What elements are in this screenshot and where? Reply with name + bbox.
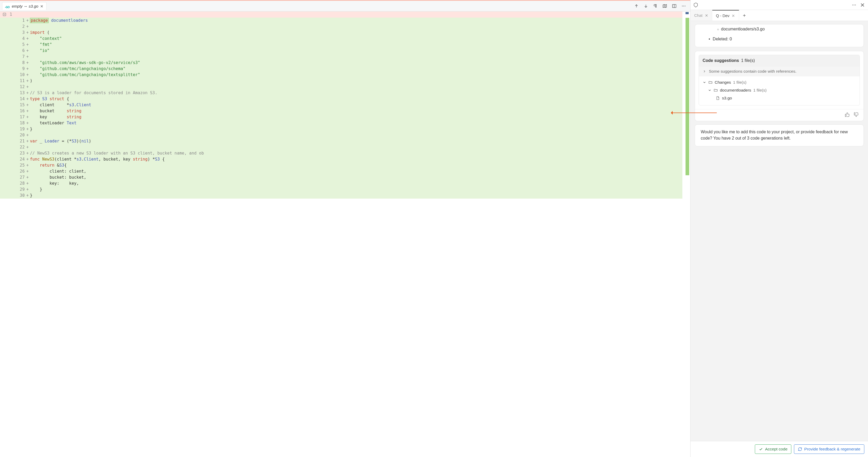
sidebar-tabs: Chat Q - Dev: [690, 10, 868, 21]
chevron-down-icon: [703, 80, 706, 84]
more-icon[interactable]: [681, 3, 687, 9]
code-line: 11+): [0, 78, 690, 84]
code-suggestions-card: Code suggestions 1 file(s) Some suggesti…: [695, 51, 864, 121]
prompt-text: Would you like me to add this code to yo…: [701, 130, 848, 140]
sidebar-footer: Accept code Provide feedback & regenerat…: [690, 441, 868, 457]
feedback-row: [695, 109, 864, 121]
code-line: 26+ client: client,: [0, 168, 690, 174]
sidebar-body[interactable]: documentloaders/s3.go Deleted: 0 Code su…: [690, 21, 868, 441]
code-line: 15+ client *s3.Client: [0, 102, 690, 108]
code-line: 13+// S3 is a loader for documents store…: [0, 90, 690, 96]
code-line: 24+func NewS3(client *s3.Client, bucket,…: [0, 156, 690, 162]
fold-icon[interactable]: [3, 12, 6, 16]
code-line: 2+: [0, 24, 690, 30]
code-line: 10+ "github.com/tmc/langchaingo/textspli…: [0, 72, 690, 78]
close-icon[interactable]: [40, 4, 43, 8]
close-icon[interactable]: [705, 14, 708, 17]
minimap-strip: [682, 11, 690, 457]
tree-label: s3.go: [722, 96, 732, 100]
thumbs-down-icon[interactable]: [854, 112, 859, 117]
code-line: 28+ key: key,: [0, 181, 690, 187]
tree-changes-row[interactable]: Changes 1 file(s): [703, 78, 856, 86]
code-line: 1+package documentloaders: [0, 18, 690, 24]
code-line: 21+var _ Loader = (*S3)(nil): [0, 138, 690, 144]
file-icon: [716, 96, 720, 100]
sidebar-panel: Chat Q - Dev documentloaders/s3.go Delet…: [690, 0, 868, 457]
svg-point-5: [852, 4, 853, 5]
code-line: 19+}: [0, 126, 690, 132]
tree-label: Changes: [715, 80, 731, 85]
code-line: 29+ }: [0, 187, 690, 193]
tree-count: 1 file(s): [733, 80, 746, 85]
code-line: 3+import (: [0, 30, 690, 36]
summary-bubble: documentloaders/s3.go Deleted: 0: [695, 24, 864, 47]
pilcrow-icon[interactable]: [652, 3, 658, 9]
code-line: 8+ "github.com/aws/aws-sdk-go-v2/service…: [0, 60, 690, 66]
code-line: 5+ "fmt": [0, 42, 690, 48]
refresh-icon: [798, 447, 802, 451]
folder-icon: [714, 88, 718, 92]
svg-point-7: [855, 4, 856, 5]
code-line: 4+ "context": [0, 36, 690, 42]
svg-point-1: [682, 6, 683, 6]
check-icon: [759, 447, 763, 451]
tab-chat[interactable]: Chat: [690, 10, 712, 21]
chevron-down-icon: [708, 89, 712, 92]
code-line: 27+ bucket: bucket,: [0, 174, 690, 181]
tab-label: Q - Dev: [716, 13, 730, 18]
tab-q-dev[interactable]: Q - Dev: [712, 10, 739, 21]
code-line: 6+ "io": [0, 48, 690, 54]
minimap-added-region: [685, 18, 689, 175]
code-line: 7+: [0, 54, 690, 60]
annotation-arrow: [672, 112, 717, 113]
svg-point-2: [683, 6, 684, 6]
code-line: 12+: [0, 84, 690, 90]
tree-folder-row[interactable]: documentloaders 1 file(s): [703, 86, 856, 94]
minimap-marker: [685, 12, 689, 14]
code-line: 22+: [0, 144, 690, 150]
suggestions-count: 1 file(s): [741, 58, 755, 63]
add-tab-button[interactable]: [739, 13, 750, 18]
tab-label: Chat: [694, 13, 703, 18]
editor-tab-bar: empty ↔ s3.go: [0, 0, 690, 11]
editor-tab[interactable]: empty ↔ s3.go: [2, 2, 46, 10]
summary-deleted: Deleted: 0: [709, 36, 858, 42]
arrow-down-icon[interactable]: [643, 3, 649, 9]
tree-file-row[interactable]: s3.go: [703, 94, 856, 102]
accept-code-button[interactable]: Accept code: [755, 445, 791, 454]
suggestions-title: Code suggestions: [703, 58, 739, 63]
code-line: 25+ return &S3{: [0, 162, 690, 168]
prompt-bubble: Would you like me to add this code to yo…: [695, 124, 864, 146]
arrow-up-icon[interactable]: [633, 3, 639, 9]
split-layout-icon[interactable]: [671, 3, 677, 9]
close-icon[interactable]: [732, 14, 735, 18]
tree-count: 1 file(s): [753, 88, 767, 93]
svg-point-3: [685, 6, 685, 6]
map-icon[interactable]: [662, 3, 668, 9]
button-label: Provide feedback & regenerate: [804, 447, 860, 452]
thumbs-up-icon[interactable]: [845, 112, 850, 117]
go-file-icon: [5, 4, 10, 8]
code-line: 1: [0, 11, 690, 18]
code-line: 14+type S3 struct {: [0, 96, 690, 102]
app-hex-icon: [693, 2, 699, 8]
more-icon[interactable]: [851, 2, 857, 8]
chevron-right-icon: [703, 69, 706, 73]
editor-tab-label: empty ↔ s3.go: [12, 4, 38, 8]
code-line: 18+ textLoader Text: [0, 120, 690, 126]
code-line: 20+: [0, 132, 690, 138]
code-line: 30+}: [0, 193, 690, 199]
code-line: 23+// NewS3 creates a new S3 loader with…: [0, 150, 690, 156]
svg-point-6: [854, 4, 855, 5]
button-label: Accept code: [765, 447, 787, 452]
sidebar-top-bar: [690, 0, 868, 10]
editor-toolbar: [633, 3, 688, 9]
regenerate-button[interactable]: Provide feedback & regenerate: [794, 445, 864, 454]
suggestions-references-row[interactable]: Some suggestions contain code with refer…: [699, 66, 860, 76]
code-diff-view[interactable]: 11+package documentloaders2+3+import (4+…: [0, 11, 690, 457]
close-icon[interactable]: [860, 2, 865, 8]
references-note: Some suggestions contain code with refer…: [709, 69, 796, 74]
code-line: 16+ bucket string: [0, 108, 690, 114]
editor-panel: empty ↔ s3.go 11+package documentloaders…: [0, 0, 690, 457]
tree-label: documentloaders: [720, 88, 751, 93]
